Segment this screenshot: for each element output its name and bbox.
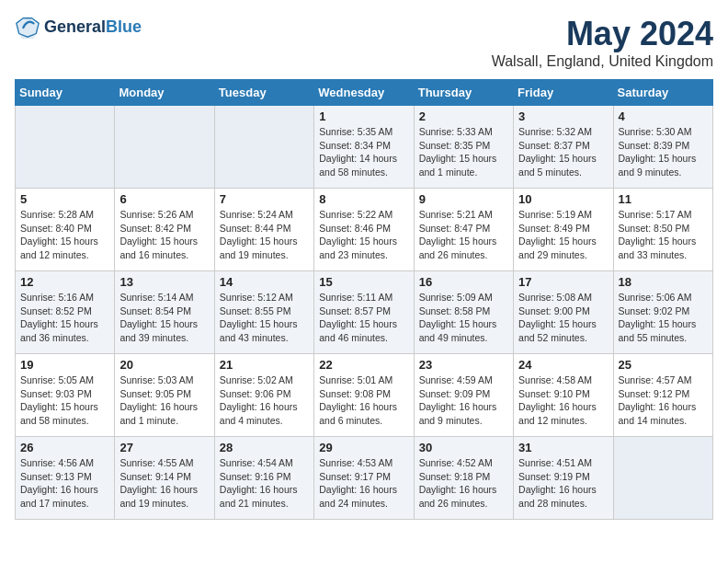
day-number: 17 xyxy=(518,275,608,289)
calendar-cell: 11Sunrise: 5:17 AM Sunset: 8:50 PM Dayli… xyxy=(613,189,712,271)
day-info: Sunrise: 4:54 AM Sunset: 9:16 PM Dayligh… xyxy=(220,456,309,511)
calendar-cell: 5Sunrise: 5:28 AM Sunset: 8:40 PM Daylig… xyxy=(16,189,115,271)
day-number: 19 xyxy=(20,358,109,372)
calendar-cell: 13Sunrise: 5:14 AM Sunset: 8:54 PM Dayli… xyxy=(115,271,214,354)
calendar-cell: 7Sunrise: 5:24 AM Sunset: 8:44 PM Daylig… xyxy=(214,189,313,271)
day-number: 24 xyxy=(518,358,608,372)
calendar-week-row: 12Sunrise: 5:16 AM Sunset: 8:52 PM Dayli… xyxy=(16,271,713,354)
calendar-cell: 4Sunrise: 5:30 AM Sunset: 8:39 PM Daylig… xyxy=(613,106,712,189)
day-info: Sunrise: 5:19 AM Sunset: 8:49 PM Dayligh… xyxy=(518,208,608,262)
calendar-body: 1Sunrise: 5:35 AM Sunset: 8:34 PM Daylig… xyxy=(16,106,713,520)
day-number: 18 xyxy=(619,275,708,289)
calendar-cell xyxy=(115,106,214,189)
logo: GeneralBlue xyxy=(15,15,142,40)
day-info: Sunrise: 5:26 AM Sunset: 8:42 PM Dayligh… xyxy=(119,208,209,262)
day-info: Sunrise: 5:21 AM Sunset: 8:47 PM Dayligh… xyxy=(419,208,508,262)
calendar-cell xyxy=(16,106,115,189)
day-info: Sunrise: 4:56 AM Sunset: 9:13 PM Dayligh… xyxy=(20,456,109,511)
calendar-week-row: 1Sunrise: 5:35 AM Sunset: 8:34 PM Daylig… xyxy=(16,106,713,189)
header-friday: Friday xyxy=(514,80,613,106)
day-info: Sunrise: 5:02 AM Sunset: 9:06 PM Dayligh… xyxy=(220,373,309,428)
day-info: Sunrise: 5:01 AM Sunset: 9:08 PM Dayligh… xyxy=(319,373,408,428)
day-info: Sunrise: 5:14 AM Sunset: 8:54 PM Dayligh… xyxy=(119,291,209,345)
day-info: Sunrise: 5:30 AM Sunset: 8:39 PM Dayligh… xyxy=(619,125,708,179)
calendar-cell: 23Sunrise: 4:59 AM Sunset: 9:09 PM Dayli… xyxy=(414,354,513,437)
day-info: Sunrise: 5:08 AM Sunset: 9:00 PM Dayligh… xyxy=(518,291,608,345)
day-number: 26 xyxy=(20,441,109,454)
day-number: 9 xyxy=(419,192,508,206)
day-info: Sunrise: 5:17 AM Sunset: 8:50 PM Dayligh… xyxy=(619,208,708,262)
day-number: 23 xyxy=(419,358,508,372)
calendar-cell xyxy=(214,106,313,189)
day-number: 27 xyxy=(119,441,209,454)
day-info: Sunrise: 4:53 AM Sunset: 9:17 PM Dayligh… xyxy=(319,456,408,511)
day-number: 31 xyxy=(518,441,608,454)
day-number: 25 xyxy=(619,358,708,372)
day-info: Sunrise: 5:06 AM Sunset: 9:02 PM Dayligh… xyxy=(619,291,708,345)
calendar-cell: 26Sunrise: 4:56 AM Sunset: 9:13 PM Dayli… xyxy=(16,437,115,520)
day-info: Sunrise: 4:52 AM Sunset: 9:18 PM Dayligh… xyxy=(419,456,508,511)
calendar-table: Sunday Monday Tuesday Wednesday Thursday… xyxy=(15,79,713,520)
logo-blue: Blue xyxy=(106,17,142,36)
logo-icon xyxy=(15,15,40,40)
calendar-cell: 8Sunrise: 5:22 AM Sunset: 8:46 PM Daylig… xyxy=(314,189,414,271)
day-number: 22 xyxy=(319,358,408,372)
day-number: 6 xyxy=(119,192,209,206)
day-info: Sunrise: 5:16 AM Sunset: 8:52 PM Dayligh… xyxy=(20,291,109,345)
svg-marker-0 xyxy=(17,17,39,39)
day-info: Sunrise: 4:55 AM Sunset: 9:14 PM Dayligh… xyxy=(119,456,209,511)
calendar-cell: 28Sunrise: 4:54 AM Sunset: 9:16 PM Dayli… xyxy=(214,437,313,520)
header-thursday: Thursday xyxy=(414,80,513,106)
day-info: Sunrise: 5:35 AM Sunset: 8:34 PM Dayligh… xyxy=(319,125,408,179)
calendar-cell: 3Sunrise: 5:32 AM Sunset: 8:37 PM Daylig… xyxy=(514,106,613,189)
calendar-cell: 18Sunrise: 5:06 AM Sunset: 9:02 PM Dayli… xyxy=(613,271,712,354)
calendar-week-row: 26Sunrise: 4:56 AM Sunset: 9:13 PM Dayli… xyxy=(16,437,713,520)
day-number: 13 xyxy=(119,275,209,289)
days-of-week-row: Sunday Monday Tuesday Wednesday Thursday… xyxy=(16,80,713,106)
calendar-title: May 2024 xyxy=(492,15,713,53)
day-number: 28 xyxy=(220,441,309,454)
day-info: Sunrise: 5:12 AM Sunset: 8:55 PM Dayligh… xyxy=(220,291,309,345)
calendar-cell: 9Sunrise: 5:21 AM Sunset: 8:47 PM Daylig… xyxy=(414,189,513,271)
calendar-cell: 6Sunrise: 5:26 AM Sunset: 8:42 PM Daylig… xyxy=(115,189,214,271)
header-wednesday: Wednesday xyxy=(314,80,414,106)
calendar-cell: 27Sunrise: 4:55 AM Sunset: 9:14 PM Dayli… xyxy=(115,437,214,520)
calendar-cell: 21Sunrise: 5:02 AM Sunset: 9:06 PM Dayli… xyxy=(214,354,313,437)
header-saturday: Saturday xyxy=(613,80,712,106)
calendar-cell: 1Sunrise: 5:35 AM Sunset: 8:34 PM Daylig… xyxy=(314,106,414,189)
day-info: Sunrise: 5:05 AM Sunset: 9:03 PM Dayligh… xyxy=(20,373,109,428)
day-number: 11 xyxy=(619,192,708,206)
day-number: 10 xyxy=(518,192,608,206)
day-info: Sunrise: 5:03 AM Sunset: 9:05 PM Dayligh… xyxy=(119,373,209,428)
header-tuesday: Tuesday xyxy=(214,80,313,106)
day-info: Sunrise: 4:51 AM Sunset: 9:19 PM Dayligh… xyxy=(518,456,608,511)
day-info: Sunrise: 4:59 AM Sunset: 9:09 PM Dayligh… xyxy=(419,373,508,428)
calendar-cell: 14Sunrise: 5:12 AM Sunset: 8:55 PM Dayli… xyxy=(214,271,313,354)
day-info: Sunrise: 5:22 AM Sunset: 8:46 PM Dayligh… xyxy=(319,208,408,262)
calendar-week-row: 19Sunrise: 5:05 AM Sunset: 9:03 PM Dayli… xyxy=(16,354,713,437)
calendar-cell: 20Sunrise: 5:03 AM Sunset: 9:05 PM Dayli… xyxy=(115,354,214,437)
day-number: 21 xyxy=(220,358,309,372)
calendar-week-row: 5Sunrise: 5:28 AM Sunset: 8:40 PM Daylig… xyxy=(16,189,713,271)
day-number: 8 xyxy=(319,192,408,206)
day-number: 14 xyxy=(220,275,309,289)
calendar-cell: 31Sunrise: 4:51 AM Sunset: 9:19 PM Dayli… xyxy=(514,437,613,520)
day-number: 30 xyxy=(419,441,508,454)
day-number: 4 xyxy=(619,109,708,123)
day-info: Sunrise: 5:24 AM Sunset: 8:44 PM Dayligh… xyxy=(220,208,309,262)
day-info: Sunrise: 4:57 AM Sunset: 9:12 PM Dayligh… xyxy=(619,373,708,428)
calendar-cell: 25Sunrise: 4:57 AM Sunset: 9:12 PM Dayli… xyxy=(613,354,712,437)
calendar-cell: 19Sunrise: 5:05 AM Sunset: 9:03 PM Dayli… xyxy=(16,354,115,437)
calendar-cell: 22Sunrise: 5:01 AM Sunset: 9:08 PM Dayli… xyxy=(314,354,414,437)
day-number: 20 xyxy=(119,358,209,372)
calendar-cell: 17Sunrise: 5:08 AM Sunset: 9:00 PM Dayli… xyxy=(514,271,613,354)
day-number: 16 xyxy=(419,275,508,289)
day-info: Sunrise: 5:32 AM Sunset: 8:37 PM Dayligh… xyxy=(518,125,608,179)
calendar-cell: 15Sunrise: 5:11 AM Sunset: 8:57 PM Dayli… xyxy=(314,271,414,354)
calendar-cell: 16Sunrise: 5:09 AM Sunset: 8:58 PM Dayli… xyxy=(414,271,513,354)
calendar-subtitle: Walsall, England, United Kingdom xyxy=(492,53,713,70)
day-number: 3 xyxy=(518,109,608,123)
calendar-header: Sunday Monday Tuesday Wednesday Thursday… xyxy=(16,80,713,106)
day-info: Sunrise: 4:58 AM Sunset: 9:10 PM Dayligh… xyxy=(518,373,608,428)
calendar-cell: 10Sunrise: 5:19 AM Sunset: 8:49 PM Dayli… xyxy=(514,189,613,271)
